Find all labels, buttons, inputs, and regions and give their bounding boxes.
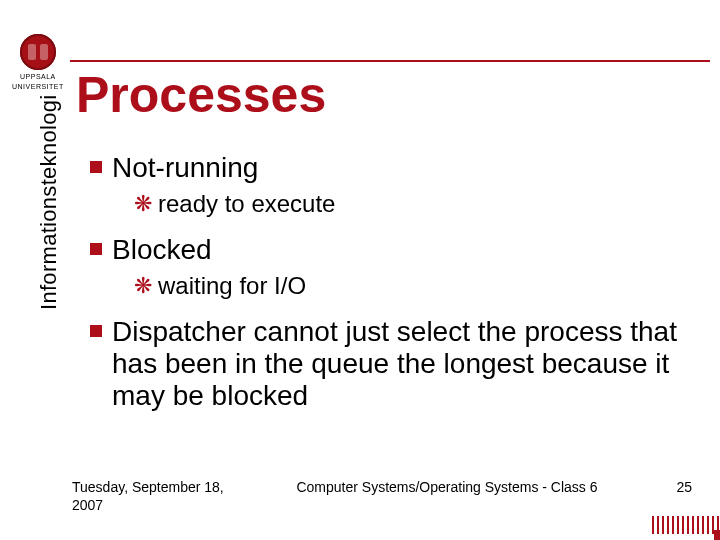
- footer-date: Tuesday, September 18, 2007: [72, 479, 242, 514]
- sub-bullet-item: ❋ ready to execute: [134, 190, 700, 218]
- decorative-corner: [714, 530, 720, 540]
- square-bullet-icon: [90, 243, 102, 255]
- gear-bullet-icon: ❋: [134, 275, 152, 297]
- brand-line1: UPPSALA: [12, 73, 64, 80]
- sub-bullet-text: ready to execute: [158, 190, 335, 218]
- seal-icon: [20, 34, 56, 70]
- content-area: Not-running ❋ ready to execute Blocked ❋…: [90, 152, 700, 418]
- bullet-item: Not-running: [90, 152, 700, 184]
- footer-page-number: 25: [652, 479, 692, 495]
- brand-line2: UNIVERSITET: [12, 83, 64, 90]
- title-rule: [70, 60, 710, 62]
- slide-title: Processes: [76, 66, 326, 124]
- sub-bullet-item: ❋ waiting for I/O: [134, 272, 700, 300]
- square-bullet-icon: [90, 161, 102, 173]
- vertical-department-label: Informationsteknologi: [36, 95, 62, 310]
- bullet-text: Blocked: [112, 234, 212, 266]
- gear-bullet-icon: ❋: [134, 193, 152, 215]
- footer-title: Computer Systems/Operating Systems - Cla…: [242, 479, 652, 495]
- decorative-stripes: [652, 516, 720, 534]
- bullet-text: Dispatcher cannot just select the proces…: [112, 316, 700, 413]
- slide-footer: Tuesday, September 18, 2007 Computer Sys…: [72, 479, 692, 514]
- bullet-item: Dispatcher cannot just select the proces…: [90, 316, 700, 413]
- university-logo: UPPSALA UNIVERSITET: [12, 34, 64, 91]
- bullet-text: Not-running: [112, 152, 258, 184]
- sub-bullet-text: waiting for I/O: [158, 272, 306, 300]
- square-bullet-icon: [90, 325, 102, 337]
- bullet-item: Blocked: [90, 234, 700, 266]
